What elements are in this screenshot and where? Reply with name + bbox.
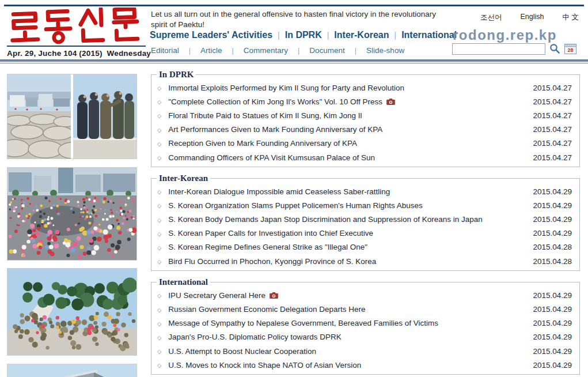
news-item-title: Art Performances Given to Mark Founding … xyxy=(168,125,382,134)
sidebar-photo-soldiers-flower-baskets[interactable] xyxy=(7,268,137,356)
search-icon xyxy=(549,43,560,54)
section-items: Immortal Exploits Performed by Kim Il Su… xyxy=(157,81,572,164)
news-item-link[interactable]: Floral Tribute Paid to Statues of Kim Il… xyxy=(157,108,572,122)
news-item-link[interactable]: S. Korean Body Demands Japan Stop Discri… xyxy=(157,213,572,227)
diamond-bullet-icon xyxy=(157,186,168,197)
primary-nav: Supreme Leaders' Activities|In DPRK|Inte… xyxy=(150,30,457,40)
news-item-link[interactable]: "Complete Collection of Kim Jong Il's Wo… xyxy=(157,95,572,108)
masthead-logo[interactable]: 로동신문 xyxy=(8,7,145,44)
diamond-bullet-icon xyxy=(157,242,168,252)
diamond-bullet-icon xyxy=(157,360,168,370)
sidebar-photo-building[interactable] xyxy=(7,364,137,377)
news-item-title: U.S. Attempt to Boost Nuclear Cooperatio… xyxy=(168,347,316,356)
news-item-link[interactable]: S. Korean Organization Slams Puppet Poli… xyxy=(157,198,572,212)
camera-icon xyxy=(386,99,395,105)
diamond-bullet-icon xyxy=(157,110,168,120)
diamond-bullet-icon xyxy=(157,125,168,135)
nav-inter-korean[interactable]: Inter-Korean xyxy=(334,30,389,40)
nav-separator: | xyxy=(327,31,329,40)
section-inter-korean: Inter-Korean Inter-Korean Dialogue Impos… xyxy=(151,174,580,271)
photo-soldiers-image xyxy=(7,269,136,355)
nav-supreme-leaders-activities[interactable]: Supreme Leaders' Activities xyxy=(150,30,272,40)
news-item-link[interactable]: Japan's Pro-U.S. Diplomatic Policy towar… xyxy=(157,330,572,344)
diamond-bullet-icon xyxy=(157,200,168,210)
news-item-link[interactable]: Bird Flu Occurred in Phochon, Kyonggi Pr… xyxy=(157,254,572,268)
nav-separator: | xyxy=(394,31,396,40)
news-item-date: 2015.04.29 xyxy=(527,201,572,210)
subnav-article[interactable]: Article xyxy=(200,46,222,55)
page: 로동신문 Apr. 29, Juche 104 (2015) W xyxy=(0,0,588,377)
news-item-link[interactable]: Commanding Officers of KPA Visit Kumsusa… xyxy=(157,150,572,164)
news-item-date: 2015.04.28 xyxy=(527,243,572,251)
photo-folk-dance-image xyxy=(7,168,136,260)
news-item-link[interactable]: Immortal Exploits Performed by Kim Il Su… xyxy=(157,81,572,95)
news-item-title: Bird Flu Occurred in Phochon, Kyonggi Pr… xyxy=(168,257,376,266)
news-item-title: Japan's Pro-U.S. Diplomatic Policy towar… xyxy=(168,333,341,341)
nav-in-dprk[interactable]: In DPRK xyxy=(285,30,322,40)
news-item-date: 2015.04.27 xyxy=(527,125,572,134)
news-item-link[interactable]: Inter-Korean Dialogue Impossible amid Ce… xyxy=(157,184,572,198)
language-switcher: 조선어English中 文 xyxy=(480,13,579,22)
news-item-link[interactable]: IPU Secretary General Here 2015.04.29 xyxy=(157,288,572,302)
news-item-title: U.S. Moves to Knock into Shape NATO of A… xyxy=(168,361,361,370)
diamond-bullet-icon xyxy=(157,214,168,225)
header-divider xyxy=(0,59,588,63)
subnav-editorial[interactable]: Editorial xyxy=(151,46,179,55)
search-button[interactable] xyxy=(549,43,560,55)
logo-underline xyxy=(7,46,146,47)
news-item-link[interactable]: U.S. Attempt to Boost Nuclear Cooperatio… xyxy=(157,344,572,358)
nav-separator: | xyxy=(355,47,356,55)
diamond-bullet-icon xyxy=(157,82,168,93)
news-item-date: 2015.04.29 xyxy=(527,333,572,341)
news-item-title: Message of Sympathy to Nepalese Governme… xyxy=(168,319,438,327)
site-domain: rodong.rep.kp xyxy=(453,27,557,43)
diamond-bullet-icon xyxy=(157,96,168,107)
sidebar-photo-mass-folk-dance[interactable] xyxy=(7,167,137,261)
news-item-title: Commanding Officers of KPA Visit Kumsusa… xyxy=(168,153,375,162)
news-item-link[interactable]: S. Korean Paper Calls for Investigation … xyxy=(157,227,572,240)
news-item-link[interactable]: Russian Government Economic Delegation D… xyxy=(157,302,572,316)
subnav-document[interactable]: Document xyxy=(309,46,345,55)
news-item-link[interactable]: Reception Given to Mark Founding Anniver… xyxy=(157,137,572,150)
nav-separator: | xyxy=(189,47,191,55)
diamond-bullet-icon xyxy=(157,152,168,163)
sidebar-photo-officials-inspect-construction-site[interactable] xyxy=(7,74,137,159)
subnav-slide-show[interactable]: Slide-show xyxy=(366,46,404,55)
subnav-commentary[interactable]: Commentary xyxy=(244,46,288,55)
news-item-title: S. Korean Body Demands Japan Stop Discri… xyxy=(168,215,483,224)
section-title: International xyxy=(157,277,210,287)
news-item-date: 2015.04.29 xyxy=(527,291,572,300)
news-item-date: 2015.04.27 xyxy=(527,97,572,106)
calendar-icon: 28 xyxy=(564,43,576,54)
search-input[interactable] xyxy=(452,43,545,55)
news-item-link[interactable]: Art Performances Given to Mark Founding … xyxy=(157,123,572,137)
nav-international[interactable]: International xyxy=(401,30,457,40)
section-items: Inter-Korean Dialogue Impossible amid Ce… xyxy=(157,184,572,268)
news-item-title: Immortal Exploits Performed by Kim Il Su… xyxy=(168,84,404,92)
news-item-date: 2015.04.29 xyxy=(527,319,572,327)
news-item-date: 2015.04.29 xyxy=(527,215,572,224)
news-item-title: Inter-Korean Dialogue Impossible amid Ce… xyxy=(168,187,390,196)
diamond-bullet-icon xyxy=(157,318,168,329)
language-link-english[interactable]: English xyxy=(521,13,544,22)
news-item-title: IPU Secretary General Here xyxy=(168,291,265,300)
language-link-chinese[interactable]: 中 文 xyxy=(563,13,579,22)
section-items: IPU Secretary General Here 2015.04.29 Ru… xyxy=(157,288,572,372)
diamond-bullet-icon xyxy=(157,138,168,149)
calendar-day: 28 xyxy=(567,47,573,53)
news-item-title: S. Korean Organization Slams Puppet Poli… xyxy=(168,201,423,210)
calendar-button[interactable]: 28 xyxy=(564,43,576,55)
news-item-date: 2015.04.29 xyxy=(527,361,572,370)
photo-building-image xyxy=(7,364,136,377)
diamond-bullet-icon xyxy=(157,256,168,266)
news-item-link[interactable]: S. Korean Regime Defines General Strike … xyxy=(157,240,572,254)
news-item-date: 2015.04.29 xyxy=(527,347,572,356)
news-item-title: Reception Given to Mark Founding Anniver… xyxy=(168,139,357,148)
news-item-link[interactable]: Message of Sympathy to Nepalese Governme… xyxy=(157,316,572,330)
news-item-link[interactable]: U.S. Moves to Knock into Shape NATO of A… xyxy=(157,358,572,372)
news-item-title: S. Korean Regime Defines General Strike … xyxy=(168,243,367,251)
secondary-nav: Editorial|Article|Commentary|Document|Sl… xyxy=(151,45,404,55)
diamond-bullet-icon xyxy=(157,228,168,239)
nav-separator: | xyxy=(298,47,299,55)
language-link-korean[interactable]: 조선어 xyxy=(480,13,502,22)
